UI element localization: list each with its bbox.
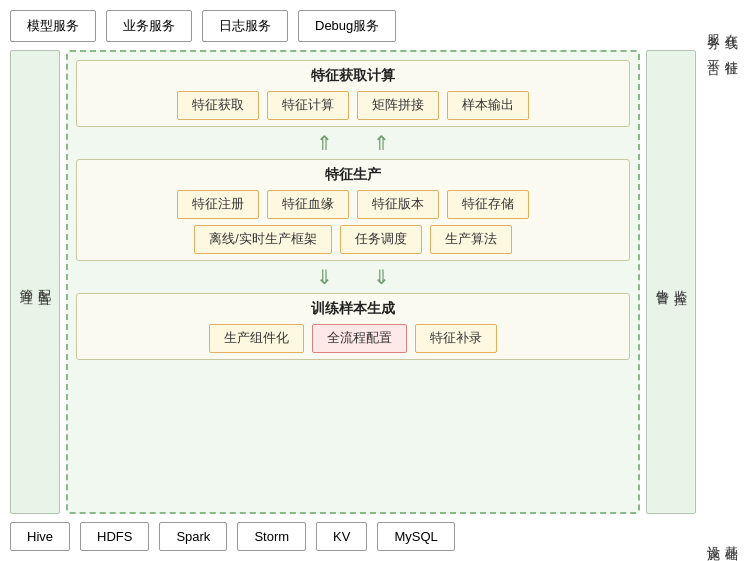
item-feature-register: 特征注册 [177,190,259,219]
service-box-business: 业务服务 [106,10,192,42]
item-matrix-concat: 矩阵拼接 [357,91,439,120]
item-feature-storage: 特征存储 [447,190,529,219]
item-feature-supplement: 特征补录 [415,324,497,353]
infra-storm: Storm [237,522,306,551]
feature-production-row1: 特征注册 特征血缘 特征版本 特征存储 [85,190,621,219]
item-feature-version: 特征版本 [357,190,439,219]
service-box-model: 模型服务 [10,10,96,42]
arrow-down-left: ⇓ [316,267,333,287]
online-services-label: 在线服务 [704,24,740,28]
infra-hdfs: HDFS [80,522,149,551]
arrows-down-row: ⇓ ⇓ [76,267,630,287]
arrow-up-right: ⇑ [373,133,390,153]
item-prod-algorithm: 生产算法 [430,225,512,254]
infra-hive: Hive [10,522,70,551]
feature-production-title: 特征生产 [85,166,621,184]
infra-mysql: MySQL [377,522,454,551]
feature-compute-section: 特征获取计算 特征获取 特征计算 矩阵拼接 样本输出 [76,60,630,127]
item-task-schedule: 任务调度 [340,225,422,254]
feature-production-row2: 离线/实时生产框架 任务调度 生产算法 [85,225,621,254]
feature-compute-items: 特征获取 特征计算 矩阵拼接 样本输出 [85,91,621,120]
online-services-boxes: 模型服务 业务服务 日志服务 Debug服务 [10,10,696,42]
infra-kv: KV [316,522,367,551]
config-management-label: 配置管理 [10,50,60,514]
infra-boxes: Hive HDFS Spark Storm KV MySQL [10,522,696,551]
main-container: 模型服务 业务服务 日志服务 Debug服务 在线服务 配置管理 特征获取计算 … [0,0,750,561]
arrow-up-left: ⇑ [316,133,333,153]
service-box-debug: Debug服务 [298,10,396,42]
item-feature-get: 特征获取 [177,91,259,120]
arrow-down-right: ⇓ [373,267,390,287]
item-full-process-config: 全流程配置 [312,324,407,353]
service-box-log: 日志服务 [202,10,288,42]
feature-production-section: 特征生产 特征注册 特征血缘 特征版本 特征存储 离线/实时生产框架 任务调度 … [76,159,630,261]
training-sample-title: 训练样本生成 [85,300,621,318]
online-services-row: 模型服务 业务服务 日志服务 Debug服务 在线服务 [10,10,740,42]
monitor-alert-label: 监控告警 [646,50,696,514]
feature-platform-label: 特征平台 [704,50,740,514]
infrastructure-row: Hive HDFS Spark Storm KV MySQL 基础设施 [10,522,740,551]
feature-platform-row: 配置管理 特征获取计算 特征获取 特征计算 矩阵拼接 样本输出 ⇑ ⇑ 特征生产 [10,50,740,514]
item-feature-lineage: 特征血缘 [267,190,349,219]
item-prod-componentize: 生产组件化 [209,324,304,353]
training-sample-items: 生产组件化 全流程配置 特征补录 [85,324,621,353]
item-sample-output: 样本输出 [447,91,529,120]
training-sample-section: 训练样本生成 生产组件化 全流程配置 特征补录 [76,293,630,360]
feature-compute-title: 特征获取计算 [85,67,621,85]
infra-spark: Spark [159,522,227,551]
arrows-up-row: ⇑ ⇑ [76,133,630,153]
infrastructure-label: 基础设施 [704,535,740,539]
platform-inner: 特征获取计算 特征获取 特征计算 矩阵拼接 样本输出 ⇑ ⇑ 特征生产 特征注册… [66,50,640,514]
item-offline-realtime: 离线/实时生产框架 [194,225,331,254]
item-feature-calc: 特征计算 [267,91,349,120]
